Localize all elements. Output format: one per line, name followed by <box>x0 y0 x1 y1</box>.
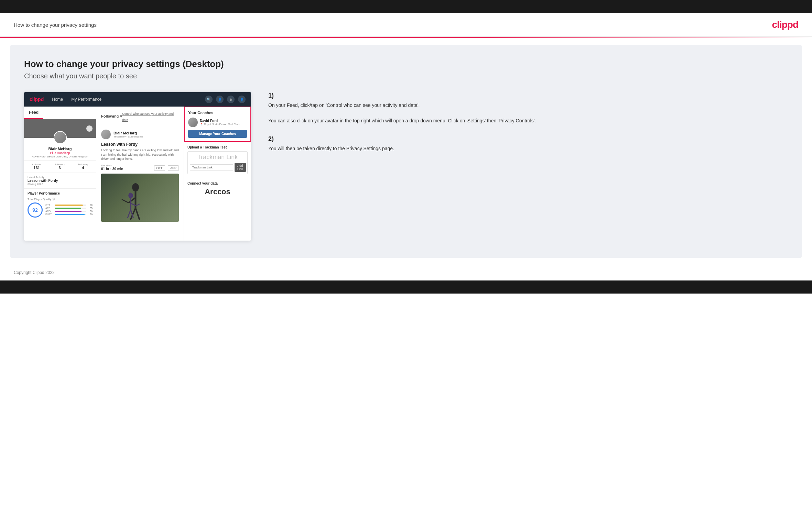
post-avatar <box>101 130 111 139</box>
header-title: How to change your privacy settings <box>14 22 97 28</box>
tag-app[interactable]: APP <box>168 165 179 171</box>
main-content: How to change your privacy settings (Des… <box>10 45 802 258</box>
bar-ott-fill <box>55 205 83 206</box>
bar-app-value: 85 <box>87 207 93 209</box>
stat-following: Following 4 <box>78 163 88 170</box>
svg-point-6 <box>128 192 133 198</box>
coaches-title: Your Coaches <box>188 111 247 115</box>
following-label: Following <box>101 114 119 118</box>
duration-value: 01 hr : 30 min <box>101 167 123 171</box>
bar-putt-label: PUTT <box>45 213 54 216</box>
svg-line-8 <box>131 203 136 206</box>
post-desc: Looking to feel like my hands are exitin… <box>101 148 179 161</box>
bar-putt-track <box>55 214 86 215</box>
nav-item-performance[interactable]: My Performance <box>71 97 101 102</box>
header-accent <box>0 37 812 38</box>
latest-label: Latest Activity <box>28 176 93 179</box>
top-bar <box>0 0 812 13</box>
connect-title: Connect your data <box>187 181 248 185</box>
bar-app-label: APP <box>45 207 54 209</box>
stat-following-value: 4 <box>78 166 88 170</box>
bar-arg-track <box>55 211 86 212</box>
following-button[interactable]: Following ▾ <box>101 114 122 119</box>
stat-following-label: Following <box>78 163 88 166</box>
post-image <box>101 174 179 222</box>
trackman-section: Upload a Trackman Test Trackman Link Add… <box>184 142 251 178</box>
bar-arg: ARG 86 <box>45 210 93 212</box>
bar-app-track <box>55 208 86 209</box>
nav-item-home[interactable]: Home <box>52 97 63 102</box>
post-user-row: Blair McHarg Yesterday · Sunningdale <box>101 130 179 139</box>
feed-header: Following ▾ Control who can see your act… <box>96 107 184 126</box>
post-user-meta: Yesterday · Sunningdale <box>113 135 143 138</box>
search-icon[interactable]: 🔍 <box>205 96 213 103</box>
tag-ott[interactable]: OTT <box>154 165 165 171</box>
app-feed: Following ▾ Control who can see your act… <box>96 107 184 241</box>
bar-putt-fill <box>55 214 85 215</box>
post-card: Blair McHarg Yesterday · Sunningdale Les… <box>96 126 184 225</box>
post-duration-left: Duration 01 hr : 30 min <box>101 164 123 171</box>
location-pin-icon: 📍 <box>200 123 203 126</box>
trackman-input-row: Add Link <box>190 163 245 172</box>
coaches-section: Your Coaches David Ford 📍 Royal North De… <box>184 107 251 142</box>
connect-section: Connect your data Arccos <box>184 178 251 200</box>
coach-club: 📍 Royal North Devon Golf Club <box>200 123 239 126</box>
profile-avatar <box>54 131 67 144</box>
bar-putt-value: 96 <box>87 213 93 216</box>
main-heading: How to change your privacy settings (Des… <box>24 59 788 69</box>
quality-bars: OTT 90 APP <box>45 204 93 216</box>
manage-coaches-button[interactable]: Manage Your Coaches <box>188 130 247 138</box>
instruction-2-number: 2) <box>268 135 784 143</box>
main-subheading: Choose what you want people to see <box>24 72 788 80</box>
post-user-name: Blair McHarg <box>113 131 143 135</box>
avatar-image <box>54 132 66 143</box>
profile-handicap: Plus Handicap <box>24 151 96 155</box>
control-link-text[interactable]: Control who can see your activity and da… <box>122 112 174 122</box>
profile-stats: Activities 131 Followers 3 Following 4 <box>24 160 96 173</box>
instructions-panel: 1) On your Feed, click/tap on 'Control w… <box>265 92 788 164</box>
footer: Copyright Clippd 2022 <box>0 265 812 280</box>
bar-app-fill <box>55 208 81 209</box>
coach-row: David Ford 📍 Royal North Devon Golf Club <box>188 118 247 127</box>
profile-club: Royal North Devon Golf Club, United King… <box>24 155 96 158</box>
coach-club-text: Royal North Devon Golf Club <box>204 123 239 126</box>
post-tags: OTT APP <box>153 164 179 170</box>
latest-activity: Latest Activity Lesson with Fordy 03 Aug… <box>24 173 96 188</box>
avatar-icon[interactable]: 👤 <box>238 96 246 103</box>
bottom-bar <box>0 280 812 294</box>
post-duration-row: Duration 01 hr : 30 min OTT APP <box>101 164 179 171</box>
instruction-2: 2) You will then be taken directly to th… <box>268 135 784 152</box>
golfer-svg-2 <box>110 187 162 222</box>
svg-line-10 <box>128 210 131 218</box>
coach-info: David Ford 📍 Royal North Devon Golf Club <box>200 119 239 126</box>
svg-line-9 <box>136 204 140 206</box>
trackman-title: Upload a Trackman Test <box>187 145 248 149</box>
arccos-brand: Arccos <box>187 187 248 196</box>
instruction-2-text: You will then be taken directly to the P… <box>268 145 784 152</box>
latest-date: 03 Aug 2022 <box>28 183 93 186</box>
svg-line-11 <box>131 210 133 218</box>
post-title: Lesson with Fordy <box>101 142 179 147</box>
perf-row: 92 OTT 90 APP <box>28 202 93 218</box>
quality-circle: 92 <box>28 202 43 218</box>
stat-followers: Followers 3 <box>55 163 65 170</box>
bar-arg-fill <box>55 211 82 212</box>
control-link[interactable]: Control who can see your activity and da… <box>122 110 179 122</box>
app-body: Feed Blair McHarg Plus Handic <box>24 107 251 241</box>
bar-ott-track <box>55 205 86 206</box>
instruction-1: 1) On your Feed, click/tap on 'Control w… <box>268 92 784 124</box>
profile-avatar-container <box>24 131 96 145</box>
person-icon[interactable]: 👤 <box>216 96 224 103</box>
stat-activities-value: 131 <box>32 166 42 170</box>
app-sidebar: Feed Blair McHarg Plus Handic <box>24 107 96 241</box>
trackman-placeholder: Trackman Link <box>190 154 245 161</box>
profile-name: Blair McHarg <box>24 147 96 151</box>
duration-label: Duration <box>101 164 123 167</box>
plus-circle-icon[interactable]: ⊕ <box>227 96 235 103</box>
trackman-field[interactable] <box>190 164 233 170</box>
app-right-panel: Your Coaches David Ford 📍 Royal North De… <box>184 107 251 241</box>
add-link-button[interactable]: Add Link <box>235 163 246 172</box>
bar-arg-value: 86 <box>87 210 93 212</box>
feed-tab[interactable]: Feed <box>24 107 43 119</box>
stat-followers-label: Followers <box>55 163 65 166</box>
